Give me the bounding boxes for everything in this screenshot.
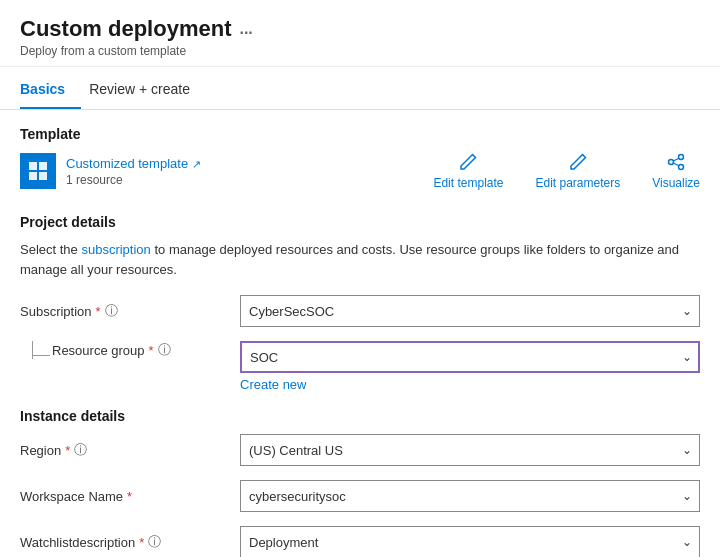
tab-review-create[interactable]: Review + create — [89, 71, 206, 109]
template-section-title: Template — [20, 126, 700, 142]
watchlist-label: Watchlistdescription * ⓘ — [20, 533, 240, 551]
create-new-link[interactable]: Create new — [240, 377, 700, 392]
edit-parameters-button[interactable]: Edit parameters — [535, 152, 620, 190]
resource-group-required: * — [149, 343, 154, 358]
svg-point-6 — [679, 165, 684, 170]
region-dropdown-wrapper: (US) Central US ⌄ — [240, 434, 700, 466]
subscription-dropdown[interactable]: CyberSecSOC — [240, 295, 700, 327]
region-label: Region * ⓘ — [20, 441, 240, 459]
svg-point-4 — [669, 160, 674, 165]
workspace-name-label: Workspace Name * — [20, 489, 240, 504]
watchlist-required: * — [139, 535, 144, 550]
visualize-icon — [666, 152, 686, 172]
resource-group-row: Resource group * ⓘ SOC ⌄ Create new — [20, 341, 700, 392]
workspace-name-required: * — [127, 489, 132, 504]
edit-parameters-icon — [568, 152, 588, 172]
resource-group-info-icon[interactable]: ⓘ — [158, 341, 171, 359]
subscription-link[interactable]: subscription — [81, 242, 150, 257]
subscription-label: Subscription * ⓘ — [20, 302, 240, 320]
edit-template-icon — [458, 152, 478, 172]
page-subtitle: Deploy from a custom template — [20, 44, 700, 58]
instance-details-title: Instance details — [20, 408, 700, 424]
page-title: Custom deployment — [20, 16, 231, 42]
svg-line-7 — [673, 158, 679, 161]
template-icon — [20, 153, 56, 189]
resource-group-control: SOC ⌄ Create new — [240, 341, 700, 392]
watchlist-dropdown-wrapper: Deployment ⌄ — [240, 526, 700, 557]
template-section: Customized template ↗ 1 resource Edit te… — [20, 152, 700, 190]
main-content: Template Customized template ↗ 1 resourc… — [0, 110, 720, 557]
subscription-row: Subscription * ⓘ CyberSecSOC ⌄ — [20, 295, 700, 327]
watchlist-info-icon[interactable]: ⓘ — [148, 533, 161, 551]
watchlist-dropdown[interactable]: Deployment — [240, 526, 700, 557]
watchlist-row: Watchlistdescription * ⓘ Deployment ⌄ — [20, 526, 700, 557]
ellipsis-menu[interactable]: ... — [239, 20, 252, 38]
workspace-name-dropdown[interactable]: cybersecuritysoc — [240, 480, 700, 512]
tab-basics[interactable]: Basics — [20, 71, 81, 109]
svg-rect-1 — [39, 162, 47, 170]
subscription-dropdown-wrapper: CyberSecSOC ⌄ — [240, 295, 700, 327]
svg-rect-0 — [29, 162, 37, 170]
svg-rect-2 — [29, 172, 37, 180]
workspace-name-dropdown-wrapper: cybersecuritysoc ⌄ — [240, 480, 700, 512]
project-details-title: Project details — [20, 214, 700, 230]
svg-line-8 — [673, 163, 679, 166]
page-title-row: Custom deployment ... — [20, 16, 700, 42]
page-header: Custom deployment ... Deploy from a cust… — [0, 0, 720, 67]
template-actions: Edit template Edit parameters Visualize — [433, 152, 700, 190]
resource-group-label: Resource group * ⓘ — [20, 341, 240, 359]
region-info-icon[interactable]: ⓘ — [74, 441, 87, 459]
region-row: Region * ⓘ (US) Central US ⌄ — [20, 434, 700, 466]
template-name-link[interactable]: Customized template ↗ — [66, 156, 201, 171]
visualize-button[interactable]: Visualize — [652, 152, 700, 190]
instance-details-section: Instance details Region * ⓘ (US) Central… — [20, 408, 700, 557]
subscription-info-icon[interactable]: ⓘ — [105, 302, 118, 320]
tab-bar: Basics Review + create — [0, 71, 720, 110]
project-details-description: Select the subscription to manage deploy… — [20, 240, 700, 279]
template-resource-count: 1 resource — [66, 173, 201, 187]
template-info: Customized template ↗ 1 resource — [20, 153, 201, 189]
region-required: * — [65, 443, 70, 458]
subscription-required: * — [96, 304, 101, 319]
region-dropdown[interactable]: (US) Central US — [240, 434, 700, 466]
resource-group-dropdown-wrapper: SOC ⌄ — [240, 341, 700, 373]
svg-point-5 — [679, 155, 684, 160]
svg-rect-3 — [39, 172, 47, 180]
workspace-name-row: Workspace Name * cybersecuritysoc ⌄ — [20, 480, 700, 512]
project-details-section: Project details Select the subscription … — [20, 214, 700, 392]
template-text: Customized template ↗ 1 resource — [66, 156, 201, 187]
resource-group-dropdown[interactable]: SOC — [240, 341, 700, 373]
edit-template-button[interactable]: Edit template — [433, 152, 503, 190]
